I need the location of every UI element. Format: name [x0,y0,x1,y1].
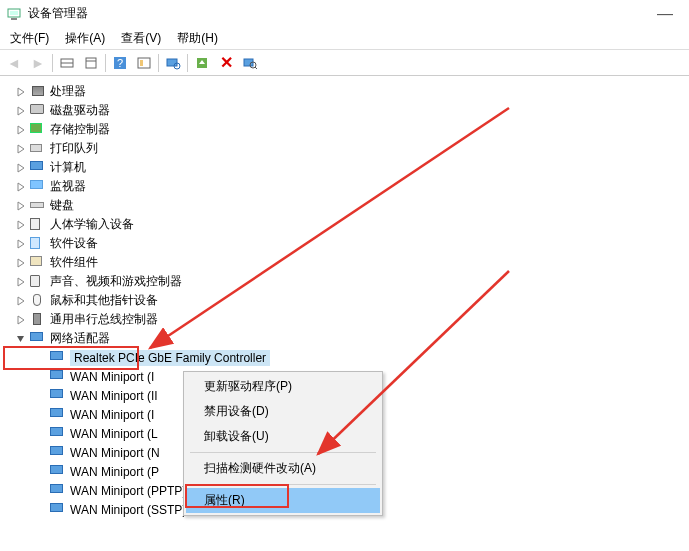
tree-node-label: 键盘 [50,197,74,214]
menu-separator [190,484,376,485]
ctrl-icon [30,123,46,137]
tree-node-10[interactable]: 声音、视频和游戏控制器 [14,272,689,291]
menu-help[interactable]: 帮助(H) [169,28,226,49]
expand-icon[interactable] [14,123,28,137]
app-icon [6,6,22,22]
tb-icon-4[interactable] [132,52,156,74]
tree-node-label: 鼠标和其他指针设备 [50,292,158,309]
forward-button[interactable]: ► [26,52,50,74]
network-adapter-icon [50,389,66,403]
hid-icon [30,218,46,232]
expand-icon[interactable] [34,446,48,460]
expand-icon[interactable] [34,465,48,479]
expand-icon[interactable] [34,370,48,384]
tree-node-label: WAN Miniport (I [70,408,154,422]
tree-node-label: WAN Miniport (N [70,446,160,460]
expand-icon[interactable] [14,256,28,270]
svg-rect-5 [86,58,96,68]
mouse-icon [30,294,46,308]
tree-node-6[interactable]: 键盘 [14,196,689,215]
tree-node-5[interactable]: 监视器 [14,177,689,196]
expand-icon[interactable] [14,161,28,175]
scan-computer-icon[interactable] [161,52,185,74]
tb-icon-2[interactable] [79,52,103,74]
expand-icon[interactable] [14,142,28,156]
menu-disable-device[interactable]: 禁用设备(D) [186,399,380,424]
uninstall-icon[interactable]: ✕ [214,52,238,74]
expand-icon[interactable] [14,275,28,289]
network-adapter-icon [50,370,66,384]
tree-node-1[interactable]: 磁盘驱动器 [14,101,689,120]
menu-view[interactable]: 查看(V) [113,28,169,49]
toolbar: ◄ ► ? ✕ [0,50,689,76]
menu-update-driver[interactable]: 更新驱动程序(P) [186,374,380,399]
tree-node-11[interactable]: 鼠标和其他指针设备 [14,291,689,310]
printer-icon [30,142,46,156]
tree-node-7[interactable]: 人体学输入设备 [14,215,689,234]
sound-icon [30,275,46,289]
tree-node-net-child-0[interactable]: Realtek PCIe GbE Family Controller [14,348,689,367]
expand-icon[interactable] [34,484,48,498]
tree-node-network-adapters[interactable]: 网络适配器 [14,329,689,348]
disk-icon [30,104,46,118]
tree-node-4[interactable]: 计算机 [14,158,689,177]
menu-action[interactable]: 操作(A) [57,28,113,49]
svg-rect-2 [11,18,17,20]
network-adapter-icon [50,465,66,479]
svg-rect-10 [140,60,143,66]
menubar: 文件(F) 操作(A) 查看(V) 帮助(H) [0,28,689,50]
expand-icon[interactable] [14,180,28,194]
tree-node-8[interactable]: 软件设备 [14,234,689,253]
scan-hardware-icon[interactable] [238,52,262,74]
expand-icon[interactable] [14,199,28,213]
update-driver-icon[interactable] [190,52,214,74]
tree-node-3[interactable]: 打印队列 [14,139,689,158]
network-adapter-icon [50,351,66,365]
expand-icon[interactable] [14,218,28,232]
sw-icon [30,237,46,251]
tree-node-2[interactable]: 存储控制器 [14,120,689,139]
expand-icon[interactable] [14,85,28,99]
usb-icon [30,313,46,327]
expand-icon[interactable] [34,389,48,403]
expand-icon[interactable] [14,294,28,308]
tree-node-label: 人体学输入设备 [50,216,134,233]
expand-icon[interactable] [14,237,28,251]
tree-node-12[interactable]: 通用串行总线控制器 [14,310,689,329]
tb-icon-1[interactable] [55,52,79,74]
svg-rect-1 [10,11,18,15]
collapse-icon[interactable] [14,332,28,346]
tree-node-label: 磁盘驱动器 [50,102,110,119]
expand-icon[interactable] [34,503,48,517]
expand-icon[interactable] [34,427,48,441]
network-adapter-icon [50,427,66,441]
expand-icon[interactable] [34,351,48,365]
tree-node-label: WAN Miniport (II [70,389,158,403]
expand-icon[interactable] [34,408,48,422]
tree-node-9[interactable]: 软件组件 [14,253,689,272]
tree-node-label: 软件设备 [50,235,98,252]
menu-separator [190,452,376,453]
back-button[interactable]: ◄ [2,52,26,74]
tree-node-label: 计算机 [50,159,86,176]
menu-scan-hardware[interactable]: 扫描检测硬件改动(A) [186,456,380,481]
network-adapter-icon [50,408,66,422]
help-icon[interactable]: ? [108,52,132,74]
tree-node-0[interactable]: 处理器 [14,82,689,101]
menu-properties[interactable]: 属性(R) [186,488,380,513]
expand-icon[interactable] [14,313,28,327]
tree-node-label: WAN Miniport (PPTP) [70,484,186,498]
tree-node-label: 软件组件 [50,254,98,271]
network-adapter-icon [50,446,66,460]
tree-node-label: WAN Miniport (SSTP) [70,503,186,517]
monitor-icon [30,180,46,194]
tree-node-label: 通用串行总线控制器 [50,311,158,328]
network-adapter-icon [50,484,66,498]
tree-node-label: 打印队列 [50,140,98,157]
minimize-button[interactable]: — [647,5,683,23]
menu-file[interactable]: 文件(F) [2,28,57,49]
tree-node-label: 监视器 [50,178,86,195]
expand-icon[interactable] [14,104,28,118]
titlebar: 设备管理器 — [0,0,689,28]
menu-uninstall-device[interactable]: 卸载设备(U) [186,424,380,449]
